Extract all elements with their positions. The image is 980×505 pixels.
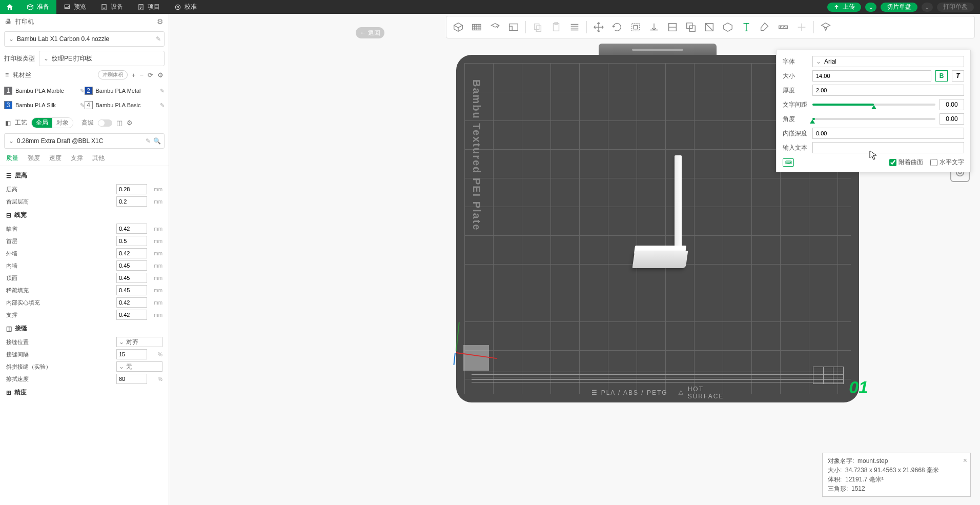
lw-outer-input[interactable]	[116, 248, 147, 258]
lw-sparse-input[interactable]	[116, 285, 147, 295]
seam-gap-input[interactable]	[116, 349, 147, 359]
viewport-3d[interactable]: ← 返回	[169, 14, 980, 505]
scale-icon[interactable]	[627, 18, 644, 36]
slice-button[interactable]: 切片单盘	[881, 3, 917, 12]
horizontal-text-checkbox[interactable]: 水平文字	[930, 158, 964, 167]
emboss-label: 内嵌深度	[783, 129, 808, 138]
tab-strength[interactable]: 强度	[28, 154, 40, 163]
filament-item-3[interactable]: 3 Bambu PLA Silk ✎	[4, 98, 85, 112]
bold-button[interactable]: B	[935, 70, 948, 82]
orient-icon[interactable]	[505, 18, 522, 36]
lw-default-input[interactable]	[116, 224, 147, 234]
tab-calibrate[interactable]: 校准	[167, 0, 204, 14]
move-icon[interactable]	[590, 18, 607, 36]
add-plate-icon[interactable]	[468, 18, 485, 36]
paste-icon[interactable]	[547, 18, 565, 36]
tab-quality[interactable]: 质量	[6, 154, 18, 163]
filament-item-1[interactable]: 1 Bambu PLA Marble ✎	[4, 84, 85, 98]
paint-icon[interactable]	[756, 18, 773, 36]
upload-label: 上传	[843, 3, 855, 11]
flatten-icon[interactable]	[645, 18, 663, 36]
cut-icon[interactable]	[664, 18, 681, 36]
process-scope-toggle[interactable]: 全局 对象	[31, 117, 73, 128]
lw-top-input[interactable]	[116, 273, 147, 283]
scarf-seam-select[interactable]: ⌄无	[116, 361, 162, 372]
emboss-input[interactable]	[812, 128, 964, 139]
layer-height-input[interactable]	[116, 184, 147, 194]
rotate-icon[interactable]	[608, 18, 626, 36]
mesh-bool-icon[interactable]	[682, 18, 700, 36]
lw-first-input[interactable]	[116, 236, 147, 246]
edit-icon[interactable]: ✎	[80, 88, 85, 94]
edit-icon[interactable]: ✎	[160, 102, 165, 109]
font-select[interactable]: ⌄Arial	[812, 56, 964, 67]
filament-item-4[interactable]: 4 Bambu PLA Basic ✎	[85, 98, 165, 112]
tab-speed[interactable]: 速度	[49, 154, 62, 163]
tab-other[interactable]: 其他	[92, 154, 105, 163]
edit-icon[interactable]: ✎	[80, 102, 85, 109]
text-input[interactable]	[812, 142, 964, 153]
group-precision[interactable]: ⊞精度	[0, 385, 169, 400]
attach-surface-checkbox[interactable]: 附着曲面	[889, 158, 923, 167]
lw-solid-input[interactable]	[116, 297, 147, 308]
first-layer-height-input[interactable]	[116, 196, 147, 207]
simplify-icon[interactable]	[719, 18, 737, 36]
seam-position-select[interactable]: ⌄对齐	[116, 337, 162, 347]
upload-button[interactable]: 上传	[827, 3, 861, 12]
tab-device[interactable]: 设备	[93, 0, 130, 14]
group-layer-height[interactable]: ☰层高	[0, 168, 169, 183]
size-input[interactable]	[812, 70, 931, 82]
home-icon[interactable]	[0, 0, 19, 14]
edit-icon[interactable]: ✎	[160, 88, 165, 94]
printer-settings-icon[interactable]: ⚙	[157, 17, 164, 26]
assembly-view-icon[interactable]	[817, 18, 834, 36]
wipe-speed-input[interactable]	[116, 374, 147, 384]
copy-icon[interactable]	[529, 18, 546, 36]
advanced-toggle[interactable]	[98, 119, 112, 127]
model-object[interactable]	[620, 155, 687, 289]
plate-type-select[interactable]: ⌄ 纹理PEI打印板	[39, 51, 165, 66]
filament-settings-icon[interactable]: ⚙	[157, 71, 164, 79]
compare-icon[interactable]: ◫	[116, 119, 122, 127]
sync-filament-icon[interactable]: ⟳	[148, 71, 153, 79]
edit-icon[interactable]: ✎	[146, 137, 151, 145]
lw-inner-input[interactable]	[116, 260, 147, 271]
add-filament-icon[interactable]: +	[132, 71, 136, 79]
flush-volume-badge[interactable]: 冲刷体积	[98, 70, 128, 79]
remove-filament-icon[interactable]: −	[139, 71, 144, 79]
text-tool-icon[interactable]	[738, 18, 755, 36]
svg-point-5	[177, 6, 179, 8]
edit-icon[interactable]: ✎	[156, 35, 161, 43]
filament-item-2[interactable]: 2 Bambu PLA Metal ✎	[85, 84, 165, 98]
plate-material-info: ☰PLA / ABS / PETG	[591, 389, 668, 396]
slice-dropdown-caret[interactable]: ⌄	[865, 3, 876, 12]
search-icon[interactable]: 🔍	[153, 137, 161, 145]
italic-button[interactable]: T	[952, 70, 964, 82]
printer-select[interactable]: ⌄ Bambu Lab X1 Carbon 0.4 nozzle ✎	[4, 31, 165, 47]
measure-icon[interactable]	[774, 18, 792, 36]
assembly-icon[interactable]	[793, 18, 810, 36]
back-button[interactable]: ← 返回	[356, 27, 384, 38]
process-settings-icon[interactable]: ⚙	[127, 119, 133, 127]
char-spacing-slider[interactable]	[812, 104, 935, 106]
tab-preview[interactable]: 预览	[56, 0, 93, 14]
angle-slider[interactable]	[812, 118, 935, 120]
close-icon[interactable]: ×	[963, 455, 967, 466]
layers-icon[interactable]	[566, 18, 583, 36]
arrange-icon[interactable]	[486, 18, 504, 36]
tab-prepare[interactable]: 准备	[19, 0, 56, 14]
tab-prepare-label: 准备	[37, 3, 49, 11]
svg-point-4	[175, 5, 180, 9]
add-cube-icon[interactable]	[450, 18, 467, 36]
group-line-width[interactable]: ⊟线宽	[0, 208, 169, 223]
lw-support-input[interactable]	[116, 310, 147, 320]
process-preset-select[interactable]: ⌄ 0.28mm Extra Draft @BBL X1C ✎ 🔍	[4, 133, 165, 149]
thickness-input[interactable]	[812, 85, 964, 96]
group-seam[interactable]: ◫接缝	[0, 321, 169, 336]
keyboard-icon[interactable]: ⌨	[783, 158, 794, 167]
tab-support[interactable]: 支撑	[71, 154, 83, 163]
print-dropdown-caret[interactable]: ⌄	[922, 3, 933, 12]
tab-device-label: 设备	[111, 3, 123, 11]
tab-project[interactable]: 项目	[130, 0, 167, 14]
mesh-repair-icon[interactable]	[701, 18, 718, 36]
